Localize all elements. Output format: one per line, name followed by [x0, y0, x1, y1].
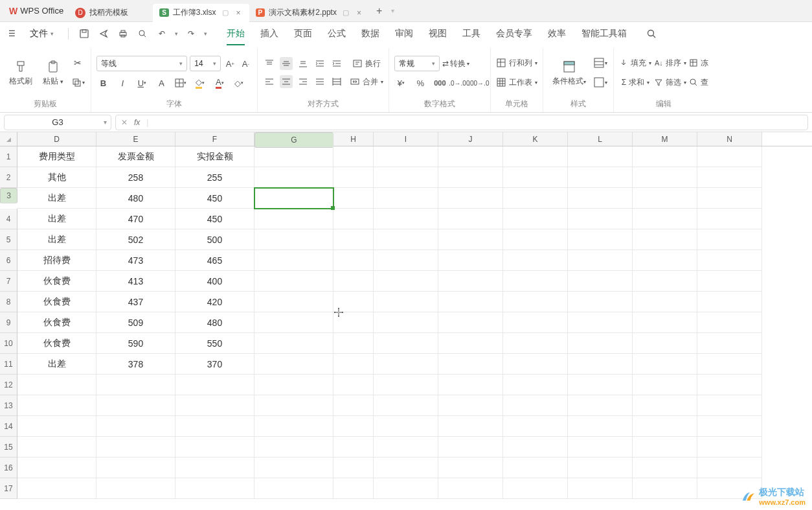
cell[interactable]: 招待费 [17, 250, 96, 271]
cell[interactable] [503, 188, 568, 209]
cell[interactable] [633, 333, 697, 354]
menu-data[interactable]: 数据 [354, 22, 387, 45]
sum-button[interactable]: Σ 求和▾ [619, 75, 651, 90]
increase-indent-icon[interactable] [330, 57, 343, 70]
tab-menu-icon[interactable]: ▾ [391, 7, 394, 14]
cell[interactable] [17, 478, 96, 499]
cell[interactable] [438, 229, 503, 250]
cell[interactable] [503, 478, 568, 499]
cell[interactable] [568, 229, 633, 250]
find-button[interactable]: 查 [689, 75, 708, 90]
cell[interactable] [254, 416, 333, 437]
cell[interactable] [568, 250, 633, 271]
cell[interactable] [333, 146, 374, 167]
cell[interactable] [175, 395, 254, 416]
cell[interactable] [254, 437, 333, 458]
cell[interactable] [17, 395, 96, 416]
cell[interactable] [374, 167, 438, 188]
print-preview-icon[interactable] [136, 27, 149, 40]
convert-button[interactable]: ⇄ 转换▾ [442, 56, 469, 71]
fill-color-icon[interactable]: ◇▾ [194, 76, 207, 89]
cell[interactable] [633, 271, 697, 292]
copy-icon[interactable]: ▾ [70, 75, 85, 90]
cell[interactable] [374, 292, 438, 312]
bold-icon[interactable]: B [96, 76, 109, 89]
cell[interactable] [568, 146, 633, 167]
increase-decimal-icon[interactable]: .0→.00 [453, 76, 466, 89]
cell[interactable]: 590 [96, 333, 175, 354]
cell[interactable]: 450 [175, 188, 254, 209]
justify-icon[interactable] [313, 75, 326, 88]
row-header[interactable]: 4 [0, 209, 17, 229]
cell[interactable]: 509 [96, 312, 175, 333]
cell[interactable] [438, 292, 503, 312]
cell[interactable] [333, 395, 374, 416]
strikethrough-icon[interactable]: A̵ [155, 76, 168, 89]
select-all-corner[interactable]: ◢ [0, 132, 17, 146]
font-color-icon[interactable]: A▾ [213, 76, 226, 89]
cell[interactable] [374, 271, 438, 292]
cell[interactable] [568, 395, 633, 416]
cell[interactable] [633, 188, 697, 209]
row-header[interactable]: 10 [0, 333, 17, 354]
search-icon[interactable] [645, 27, 658, 40]
row-header[interactable]: 8 [0, 292, 17, 312]
file-menu[interactable]: 文件▾ [25, 28, 59, 40]
cell[interactable] [503, 271, 568, 292]
cell[interactable] [697, 188, 762, 209]
cell[interactable] [333, 375, 374, 395]
cut-icon[interactable]: ✂ [70, 55, 85, 71]
row-header[interactable]: 17 [0, 478, 17, 499]
cell[interactable]: 伙食费 [17, 333, 96, 354]
cell[interactable] [438, 209, 503, 229]
column-header[interactable]: G [254, 132, 333, 148]
save-icon[interactable] [78, 27, 91, 40]
cell[interactable] [438, 146, 503, 167]
cell[interactable] [568, 333, 633, 354]
cell[interactable] [633, 354, 697, 375]
cell[interactable] [254, 292, 333, 312]
cell[interactable] [697, 292, 762, 312]
cell[interactable]: 实报金额 [175, 146, 254, 167]
cell[interactable] [96, 375, 175, 395]
cell[interactable] [633, 292, 697, 312]
merge-cells-button[interactable]: 合并▾ [350, 74, 383, 89]
column-header[interactable]: N [697, 132, 762, 146]
cell[interactable] [17, 437, 96, 458]
row-header[interactable]: 15 [0, 437, 17, 458]
cell[interactable] [633, 167, 697, 188]
row-header[interactable]: 5 [0, 229, 17, 250]
paste-button[interactable]: 粘贴 ▾ [39, 56, 67, 89]
align-middle-icon[interactable] [280, 57, 293, 70]
cell[interactable] [697, 229, 762, 250]
cell[interactable] [503, 333, 568, 354]
cell[interactable] [568, 312, 633, 333]
percent-icon[interactable]: % [414, 76, 427, 89]
currency-icon[interactable]: ¥▾ [394, 76, 407, 89]
cell[interactable] [333, 333, 374, 354]
cell[interactable] [254, 209, 333, 229]
cell[interactable] [333, 250, 374, 271]
cell[interactable] [374, 416, 438, 437]
fx-icon[interactable]: fx [134, 118, 140, 127]
menu-insert[interactable]: 插入 [253, 22, 286, 45]
cell[interactable] [503, 395, 568, 416]
cell[interactable] [254, 375, 333, 395]
row-header[interactable]: 14 [0, 416, 17, 437]
cell[interactable] [697, 354, 762, 375]
cell[interactable]: 伙食费 [17, 271, 96, 292]
column-header[interactable]: K [503, 132, 568, 146]
cell[interactable] [697, 312, 762, 333]
cell[interactable]: 473 [96, 250, 175, 271]
freeze-button[interactable]: 冻 [689, 55, 708, 71]
cell[interactable] [374, 375, 438, 395]
undo-dropdown-icon[interactable]: ▾ [175, 30, 178, 37]
cell[interactable] [633, 395, 697, 416]
column-header[interactable]: J [438, 132, 503, 146]
menu-member[interactable]: 会员专享 [488, 22, 540, 45]
formula-input[interactable]: ✕ fx | [115, 115, 808, 130]
cell[interactable] [333, 167, 374, 188]
cell[interactable] [568, 188, 633, 209]
rowcol-button[interactable]: 行和列▾ [496, 55, 537, 71]
align-top-icon[interactable] [263, 57, 276, 70]
